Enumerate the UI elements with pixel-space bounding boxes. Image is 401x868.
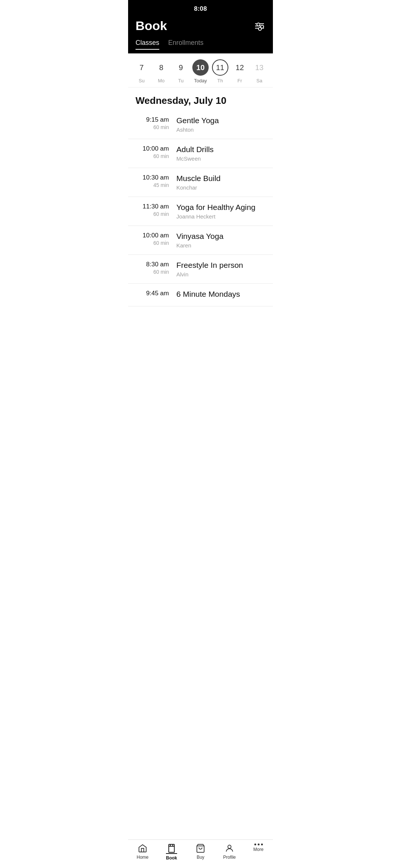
class-instructor: McSween (176, 155, 265, 162)
class-item[interactable]: 10:30 am45 minMuscle BuildKonchar (128, 168, 273, 197)
filter-button[interactable] (254, 22, 265, 30)
calendar-strip: 7Su8Mo9Tu10Today11Th12Fr13Sa (128, 53, 273, 88)
class-instructor: Joanna Heckert (176, 213, 265, 220)
class-duration: 60 min (136, 124, 169, 130)
class-time-main: 10:00 am (136, 145, 169, 152)
class-duration: 60 min (136, 240, 169, 246)
calendar-day-10[interactable]: 10Today (192, 59, 209, 83)
class-duration: 60 min (136, 211, 169, 217)
tabs-container: Classes Enrollments (128, 39, 273, 53)
day-number: 9 (173, 59, 189, 76)
class-name: Adult Drills (176, 145, 265, 154)
date-heading: Wednesday, July 10 (128, 88, 273, 110)
class-time-block: 10:00 am60 min (136, 145, 176, 159)
class-time-block: 9:15 am60 min (136, 116, 176, 130)
class-item[interactable]: 10:00 am60 minAdult DrillsMcSween (128, 139, 273, 168)
class-name: 6 Minute Mondays (176, 290, 265, 299)
class-info-block: Adult DrillsMcSween (176, 145, 265, 162)
class-item[interactable]: 8:30 am60 minFreestyle In personAlvin (128, 255, 273, 284)
tab-enrollments[interactable]: Enrollments (168, 39, 203, 50)
class-info-block: 6 Minute Mondays (176, 290, 265, 300)
day-label: Mo (158, 78, 164, 83)
class-time-main: 9:45 am (136, 290, 169, 297)
class-info-block: Freestyle In personAlvin (176, 261, 265, 277)
filter-line-1 (255, 23, 264, 24)
day-number: 11 (212, 59, 228, 76)
calendar-day-11[interactable]: 11Th (211, 59, 229, 83)
class-instructor: Ashton (176, 126, 265, 133)
class-item[interactable]: 9:45 am6 Minute Mondays (128, 284, 273, 306)
day-number: 8 (153, 59, 169, 76)
class-time-main: 10:30 am (136, 174, 169, 181)
day-number: 10 (192, 59, 209, 76)
class-duration: 60 min (136, 153, 169, 159)
class-instructor: Konchar (176, 184, 265, 191)
class-item[interactable]: 9:15 am60 minGentle YogaAshton (128, 110, 273, 139)
class-time-block: 8:30 am60 min (136, 261, 176, 275)
day-label: Fr (238, 78, 242, 83)
day-label: Today (194, 78, 207, 83)
class-info-block: Vinyasa YogaKaren (176, 232, 265, 249)
calendar-day-9[interactable]: 9Tu (172, 59, 190, 83)
calendar-day-13[interactable]: 13Sa (250, 59, 268, 83)
class-instructor: Alvin (176, 271, 265, 277)
day-label: Th (217, 78, 223, 83)
filter-line-3 (255, 28, 264, 29)
class-name: Yoga for Healthy Aging (176, 203, 265, 212)
class-duration: 45 min (136, 182, 169, 188)
status-bar: 8:08 (128, 0, 273, 15)
class-time-main: 8:30 am (136, 261, 169, 268)
status-time: 8:08 (194, 5, 207, 12)
class-name: Freestyle In person (176, 261, 265, 270)
class-info-block: Yoga for Healthy AgingJoanna Heckert (176, 203, 265, 220)
class-time-block: 9:45 am (136, 290, 176, 298)
day-number: 12 (232, 59, 248, 76)
class-time-block: 11:30 am60 min (136, 203, 176, 217)
class-list: 9:15 am60 minGentle YogaAshton10:00 am60… (128, 110, 273, 306)
filter-line-2 (255, 26, 264, 26)
class-time-main: 10:00 am (136, 232, 169, 239)
calendar-day-12[interactable]: 12Fr (231, 59, 249, 83)
class-duration: 60 min (136, 269, 169, 275)
class-time-main: 11:30 am (136, 203, 169, 210)
day-number: 13 (251, 59, 267, 76)
header: Book (128, 15, 273, 39)
class-name: Vinyasa Yoga (176, 232, 265, 241)
day-label: Su (138, 78, 144, 83)
class-time-main: 9:15 am (136, 116, 169, 124)
class-name: Gentle Yoga (176, 116, 265, 125)
class-info-block: Gentle YogaAshton (176, 116, 265, 133)
class-info-block: Muscle BuildKonchar (176, 174, 265, 191)
class-item[interactable]: 10:00 am60 minVinyasa YogaKaren (128, 226, 273, 255)
day-label: Tu (178, 78, 184, 83)
class-name: Muscle Build (176, 174, 265, 183)
class-time-block: 10:00 am60 min (136, 232, 176, 246)
page-title: Book (136, 19, 167, 33)
day-label: Sa (257, 78, 263, 83)
calendar-day-8[interactable]: 8Mo (152, 59, 170, 83)
class-time-block: 10:30 am45 min (136, 174, 176, 188)
class-item[interactable]: 11:30 am60 minYoga for Healthy AgingJoan… (128, 197, 273, 226)
tab-classes[interactable]: Classes (136, 39, 159, 50)
day-number: 7 (133, 59, 150, 76)
class-instructor: Karen (176, 242, 265, 249)
calendar-day-7[interactable]: 7Su (133, 59, 150, 83)
